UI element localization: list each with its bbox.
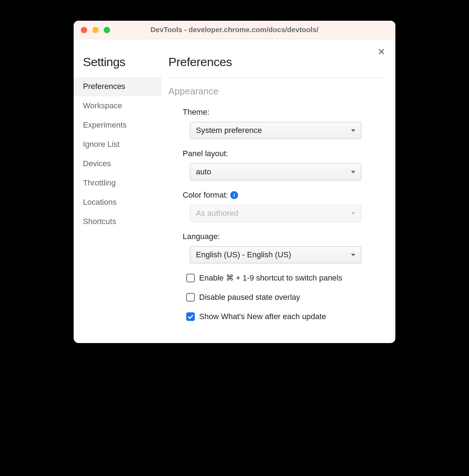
sidebar-item-preferences[interactable]: Preferences	[74, 77, 161, 96]
language-select-value: English (US) - English (US)	[196, 250, 291, 259]
chevron-down-icon	[351, 212, 355, 215]
panel-layout-field: Panel layout: auto	[183, 149, 384, 180]
language-field: Language: English (US) - English (US)	[183, 232, 384, 263]
checkbox[interactable]	[186, 274, 195, 282]
checkbox[interactable]	[186, 312, 195, 321]
chevron-down-icon	[351, 129, 355, 132]
traffic-lights	[81, 27, 110, 33]
color-format-field: Color format: i As authored	[183, 190, 384, 222]
sidebar-item-label: Throttling	[83, 178, 116, 188]
sidebar-item-label: Devices	[83, 159, 111, 168]
theme-select[interactable]: System preference	[190, 122, 361, 139]
color-format-select: As authored	[190, 205, 361, 222]
theme-select-value: System preference	[196, 126, 262, 135]
main-panel: Preferences Appearance Theme: System pre…	[161, 39, 395, 343]
color-format-select-value: As authored	[196, 209, 238, 218]
sidebar-item-label: Ignore List	[83, 140, 120, 149]
checkbox-label: Show What's New after each update	[199, 312, 326, 321]
divider	[168, 78, 384, 78]
devtools-settings-window: DevTools - developer.chrome.com/docs/dev…	[74, 21, 395, 343]
sidebar-item-locations[interactable]: Locations	[74, 193, 161, 212]
chevron-down-icon	[351, 254, 355, 256]
language-label: Language:	[183, 232, 384, 241]
sidebar-item-label: Locations	[83, 198, 117, 207]
sidebar: Settings PreferencesWorkspaceExperiments…	[74, 39, 161, 343]
sidebar-item-experiments[interactable]: Experiments	[74, 115, 161, 135]
checkbox-row[interactable]: Enable ⌘ + 1-9 shortcut to switch panels	[186, 273, 384, 283]
chevron-down-icon	[351, 171, 355, 173]
window-minimize-button[interactable]	[92, 27, 99, 33]
checkbox-label: Enable ⌘ + 1-9 shortcut to switch panels	[199, 273, 342, 283]
sidebar-item-ignore-list[interactable]: Ignore List	[74, 135, 161, 154]
checkbox-label: Disable paused state overlay	[199, 293, 300, 302]
theme-field: Theme: System preference	[183, 108, 384, 139]
panel-layout-select-value: auto	[196, 167, 211, 177]
theme-label: Theme:	[183, 108, 384, 117]
language-select[interactable]: English (US) - English (US)	[190, 246, 361, 263]
sidebar-item-label: Workspace	[83, 101, 122, 110]
panel-layout-select[interactable]: auto	[190, 163, 361, 180]
close-icon[interactable]: ✕	[377, 47, 385, 56]
sidebar-item-label: Experiments	[83, 120, 127, 130]
sidebar-title: Settings	[74, 55, 161, 69]
sidebar-item-label: Preferences	[83, 82, 125, 91]
color-format-label: Color format: i	[183, 190, 384, 200]
window-title: DevTools - developer.chrome.com/docs/dev…	[74, 26, 395, 34]
checkbox-row[interactable]: Disable paused state overlay	[186, 293, 384, 302]
checkbox[interactable]	[186, 293, 195, 302]
sidebar-item-label: Shortcuts	[83, 217, 116, 226]
titlebar: DevTools - developer.chrome.com/docs/dev…	[74, 21, 395, 39]
checkbox-row[interactable]: Show What's New after each update	[186, 312, 384, 321]
color-format-label-text: Color format:	[183, 190, 228, 200]
info-icon[interactable]: i	[230, 191, 238, 199]
sidebar-item-throttling[interactable]: Throttling	[74, 173, 161, 193]
section-title: Appearance	[168, 86, 384, 97]
sidebar-item-devices[interactable]: Devices	[74, 154, 161, 173]
content: ✕ Settings PreferencesWorkspaceExperimen…	[74, 39, 395, 343]
sidebar-item-workspace[interactable]: Workspace	[74, 96, 161, 115]
check-icon	[188, 313, 193, 319]
window-zoom-button[interactable]	[104, 27, 110, 33]
panel-layout-label: Panel layout:	[183, 149, 384, 158]
window-close-button[interactable]	[81, 27, 87, 33]
page-title: Preferences	[168, 55, 384, 69]
sidebar-item-shortcuts[interactable]: Shortcuts	[74, 212, 161, 231]
